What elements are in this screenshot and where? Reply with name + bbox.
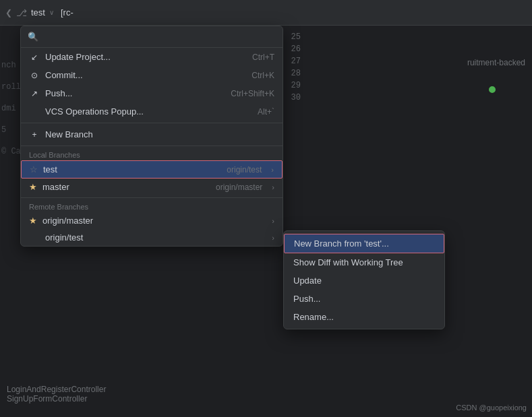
line-num-30: 30 [283, 93, 306, 105]
push-icon: ↗ [29, 89, 40, 98]
line-num-26: 26 [283, 44, 306, 57]
remote-branches-section-label: Remote Branches [21, 200, 283, 212]
line-num-29: 29 [283, 81, 306, 93]
menu-item-vcs-operations[interactable]: VCS Operations Popup... Alt+` [21, 102, 283, 121]
master-branch-arrow: › [272, 183, 274, 191]
branch-dropdown-menu: 🔍 ↙ Update Project... Ctrl+T ⊙ Commit...… [20, 26, 283, 247]
line-num-27: 27 [283, 57, 306, 69]
branch-item-origin-test[interactable]: origin/test › [21, 229, 283, 246]
push-sub-label: Push... [293, 294, 320, 304]
branch-item-master[interactable]: ★ master origin/master › [21, 179, 283, 195]
submenu-item-update[interactable]: Update [284, 271, 444, 290]
branch-dropdown-arrow[interactable]: ∨ [49, 9, 54, 16]
origin-test-arrow: › [272, 234, 274, 242]
test-branch-name: test [43, 164, 221, 174]
login-register-label: LoginAndRegisterController [7, 385, 106, 394]
current-branch-name: test [31, 7, 45, 18]
rename-label: Rename... [293, 312, 334, 322]
submenu-item-push[interactable]: Push... [284, 290, 444, 308]
back-arrow[interactable]: ❮ [5, 8, 12, 18]
submenu-item-show-diff[interactable]: Show Diff with Working Tree [284, 253, 444, 271]
submenu-item-new-branch-from[interactable]: New Branch from 'test'... [284, 234, 444, 253]
push-label: Push... [45, 88, 225, 98]
test-branch-submenu: New Branch from 'test'... Show Diff with… [283, 230, 445, 329]
menu-item-commit[interactable]: ⊙ Commit... Ctrl+K [21, 66, 283, 84]
bottom-code-items: LoginAndRegisterController SignUpFormCon… [7, 385, 106, 404]
test-branch-remote: origin/test [227, 165, 262, 174]
menu-item-update-project[interactable]: ↙ Update Project... Ctrl+T [21, 48, 283, 66]
menu-divider-1 [21, 123, 283, 123]
origin-master-arrow: › [272, 217, 274, 225]
test-branch-arrow: › [271, 166, 274, 174]
commit-label: Commit... [45, 70, 246, 80]
search-input[interactable] [42, 32, 276, 42]
origin-test-branch-name: origin/test [45, 232, 266, 243]
recruitment-text: ruitment-backed [467, 58, 525, 67]
rc-label: [rc- [61, 7, 73, 18]
commit-shortcut: Ctrl+K [252, 71, 274, 80]
update-project-label: Update Project... [45, 52, 247, 62]
branch-item-test[interactable]: ☆ test origin/test › [21, 160, 283, 179]
code-panel: 25 26 27 28 29 30 ruitment-backed [283, 26, 532, 417]
menu-divider-2 [21, 146, 283, 146]
master-star-icon: ★ [29, 182, 37, 192]
branch-icon: ⎇ [16, 7, 27, 18]
test-star-icon: ☆ [30, 164, 38, 174]
menu-item-new-branch[interactable]: + New Branch [21, 125, 283, 143]
csdn-watermark: CSDN @guopeixiong [456, 404, 527, 412]
submenu-item-rename[interactable]: Rename... [284, 308, 444, 326]
line-num-28: 28 [283, 69, 306, 81]
origin-master-star-icon: ★ [29, 216, 37, 226]
origin-master-branch-name: origin/master [42, 216, 266, 226]
menu-item-push[interactable]: ↗ Push... Ctrl+Shift+K [21, 84, 283, 102]
show-diff-label: Show Diff with Working Tree [293, 257, 403, 267]
vcs-operations-label: VCS Operations Popup... [45, 106, 252, 117]
update-project-shortcut: Ctrl+T [252, 53, 274, 62]
search-icon: 🔍 [28, 32, 38, 42]
new-branch-plus-icon: + [29, 130, 40, 139]
menu-divider-3 [21, 197, 283, 198]
search-box: 🔍 [21, 26, 283, 48]
local-branches-section-label: Local Branches [21, 148, 283, 160]
update-label: Update [293, 276, 322, 286]
branch-item-origin-master[interactable]: ★ origin/master › [21, 212, 283, 229]
new-branch-from-label: New Branch from 'test'... [294, 238, 389, 249]
top-bar: ❮ ⎇ test ∨ [rc- [0, 0, 532, 26]
vcs-shortcut: Alt+` [258, 107, 274, 117]
new-branch-label: New Branch [45, 129, 274, 139]
line-numbers: 25 26 27 28 29 30 [283, 26, 306, 105]
signup-form-label: SignUpFormController [7, 394, 106, 404]
master-branch-name: master [42, 182, 210, 192]
commit-icon: ⊙ [29, 71, 40, 80]
master-branch-remote: origin/master [216, 183, 262, 192]
push-shortcut: Ctrl+Shift+K [231, 89, 274, 98]
line-num-25: 25 [283, 32, 306, 44]
green-status-dot [487, 85, 497, 94]
update-project-icon: ↙ [29, 53, 40, 62]
